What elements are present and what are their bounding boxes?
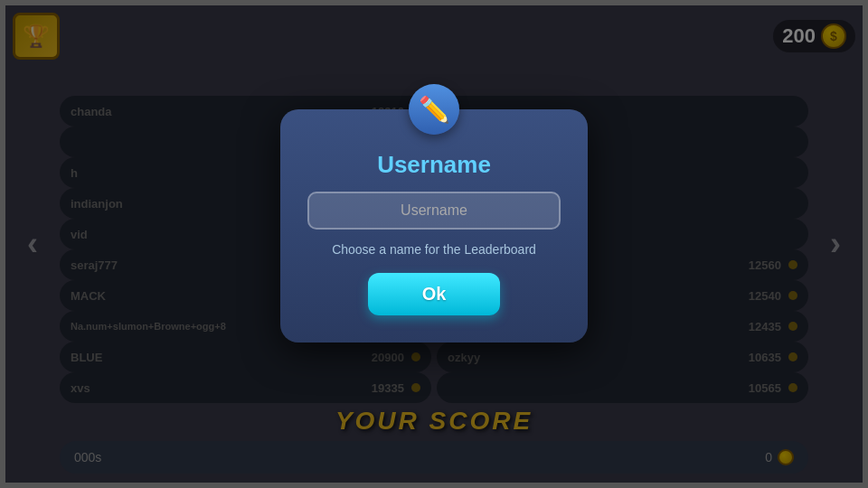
- username-input[interactable]: [307, 192, 561, 230]
- ok-button[interactable]: Ok: [368, 273, 501, 315]
- pencil-icon: ✏️: [409, 84, 459, 135]
- modal-overlay: ✏️ Username Choose a name for the Leader…: [5, 5, 863, 483]
- modal-title: Username: [377, 151, 491, 179]
- laser-decorations: [5, 5, 277, 141]
- username-modal: ✏️ Username Choose a name for the Leader…: [280, 109, 588, 343]
- app-container: chanda 18310 16180 h 16155: [0, 0, 868, 488]
- modal-hint: Choose a name for the Leaderboard: [332, 242, 536, 257]
